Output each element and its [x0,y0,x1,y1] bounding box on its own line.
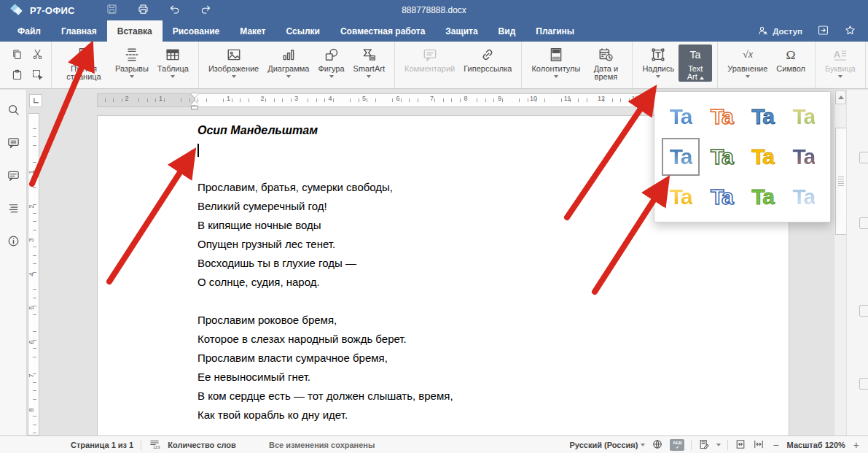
tab-references[interactable]: Ссылки [275,20,329,42]
tab-view[interactable]: Вид [488,20,526,42]
text-art-button[interactable]: TaText Art [679,44,712,82]
tab-insert[interactable]: Вставка [107,20,163,42]
equation-icon: √x [740,47,756,63]
scrollbar-grip [838,177,844,187]
tab-collaboration[interactable]: Совместная работа [330,20,435,42]
vertical-scrollbar[interactable] [834,90,847,435]
share-access-button[interactable]: Доступ [757,25,802,38]
tab-stop-selector[interactable] [29,94,42,107]
menu-bar: ФайлГлавнаяВставкаРисованиеМакетСсылкиСо… [0,20,868,42]
tab-protection[interactable]: Защита [435,20,488,42]
wordcount-icon: 123 [149,438,160,450]
track-changes-button[interactable] [698,438,710,452]
textart-style-option-2[interactable]: Ta [703,98,740,136]
poem-line: В ком сердце есть — тот должен слышать, … [198,387,759,406]
page-indicator[interactable]: Страница 1 из 1 [71,441,133,449]
button-label: Изображение [208,65,259,73]
fit-width-button[interactable] [753,438,765,452]
tab-home[interactable]: Главная [51,20,107,42]
poem-line: Восходишь ты в глухие годы — [198,254,759,273]
language-selector[interactable]: Русский (Россия) [570,441,646,449]
poem-line: Прославим власти сумрачное бремя, [198,349,759,368]
paste-button[interactable] [9,67,25,85]
vertical-ruler[interactable]: 12345678 [28,113,41,435]
left-indent-marker [191,101,198,105]
textart-style-option-3[interactable]: Ta [744,98,782,136]
tab-plugins[interactable]: Плагины [525,20,584,42]
textart-style-option-8[interactable]: Ta [785,138,823,176]
word-count-label[interactable]: Количество слов [168,441,236,449]
textbox-icon [650,47,666,63]
blank-page-button[interactable]: Пустая страница [57,44,111,82]
zoom-in-button[interactable]: + [852,439,861,451]
textart-style-option-11[interactable]: Ta [744,178,782,216]
redo-button[interactable] [200,3,212,18]
divider [141,440,141,450]
ruler-number: 4 [28,272,35,276]
cut-button[interactable] [30,47,45,65]
shape-button[interactable]: Фигура [313,44,348,79]
textart-style-option-5[interactable]: Ta [662,138,700,176]
tab-draw[interactable]: Рисование [163,20,230,42]
smartart-button[interactable]: SmartArt [349,44,389,79]
scrollbar-thumb[interactable] [835,128,847,235]
about-button[interactable] [7,234,20,251]
copy-button[interactable] [9,47,25,65]
word-count-icon[interactable]: 123 [149,438,160,452]
spellcheck-toggle[interactable]: АБВ✓ [670,439,684,451]
save-button[interactable] [106,3,118,18]
app-brand: Р7-ОФИС [30,5,75,16]
fit-page-button[interactable] [735,438,746,452]
poem-line: Прославим роковое бремя, [198,311,759,330]
text-box-button[interactable]: Надпись [638,44,679,79]
textart-style-option-7[interactable]: Ta [744,138,782,176]
poem-line: О солнце, судия, народ. [198,273,759,292]
panel-icon-sliver[interactable] [859,152,868,163]
toolbar-group-headers: КолонтитулыДата и время [522,42,633,88]
chart-button[interactable]: Диаграмма [263,44,313,79]
headers-footers-button[interactable]: Колонтитулы [527,44,584,79]
table-button[interactable]: Таблица [153,44,193,79]
fit-width-icon [753,438,765,450]
symbol-icon: Ω [783,47,799,63]
textart-style-option-9[interactable]: Ta [662,178,700,216]
textart-style-option-6[interactable]: Ta [703,138,740,176]
zoom-out-button[interactable]: − [771,439,780,451]
ruler-number: 1 [159,95,163,102]
button-label: Таблица [157,65,189,73]
print-button[interactable] [137,3,149,18]
panel-icon-sliver[interactable] [859,378,868,390]
chat-button[interactable] [7,169,20,185]
panel-icon-sliver[interactable] [859,305,868,317]
tab-file[interactable]: Файл [7,20,51,42]
undo-button[interactable] [168,3,181,18]
select-all-button[interactable] [30,67,45,85]
equation-button[interactable]: √xУравнение [723,44,772,79]
open-file-location-button[interactable] [817,24,829,38]
dropcap-icon: A [832,47,848,63]
breaks-button[interactable]: Разрывы [111,44,153,79]
comments-button[interactable] [7,136,20,152]
date-time-button[interactable]: Дата и время [584,44,627,82]
textart-style-option-4[interactable]: Ta [785,98,823,136]
document-language-button[interactable] [652,438,663,452]
navigation-button[interactable] [7,201,20,218]
favorite-star-button[interactable] [844,24,856,38]
hyperlink-button[interactable]: Гиперссылка [459,44,516,74]
textart-style-option-1[interactable]: Ta [662,98,700,136]
page-break-icon [124,47,140,63]
panel-icon-sliver[interactable] [859,217,868,229]
chevron-down-icon [329,75,334,78]
toolbar: Пустая страницаРазрывыТаблицаИзображение… [0,42,868,89]
vertical-ruler-ticks [33,120,36,435]
tab-layout[interactable]: Макет [230,20,275,42]
textart-style-option-10[interactable]: Ta [703,178,740,216]
textart-style-option-12[interactable]: Ta [785,178,823,216]
ruler-number: 5 [28,306,35,309]
textart-sample: Ta [670,144,692,169]
symbol-button[interactable]: ΩСимвол [772,44,810,74]
image-button[interactable]: Изображение [204,44,263,79]
undo-icon [168,3,181,15]
search-button[interactable] [7,103,20,120]
scroll-up-button[interactable] [835,90,846,104]
